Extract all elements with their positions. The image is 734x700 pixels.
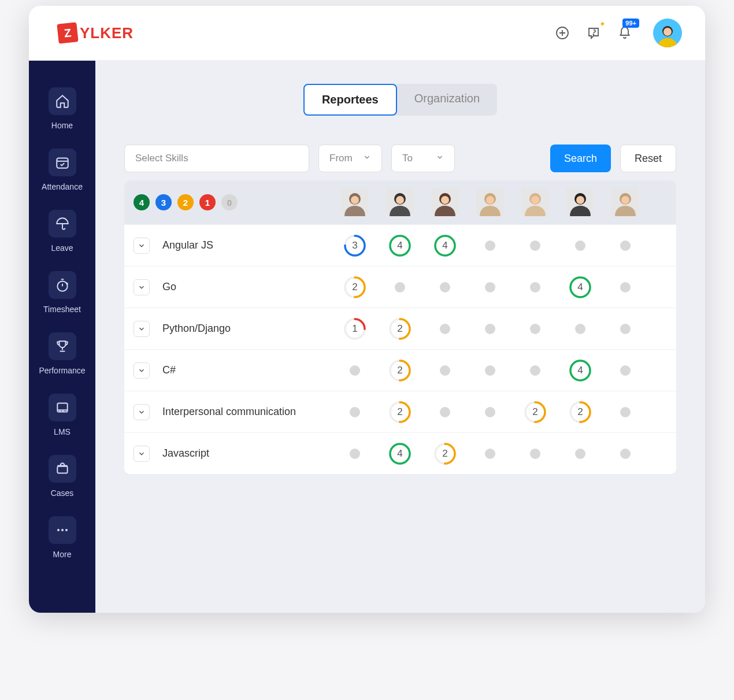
score-cell: 2 [332,276,377,299]
sidebar-item-home[interactable]: Home [29,78,95,139]
expand-button[interactable] [134,238,150,254]
sidebar-item-label: Home [51,121,73,130]
expand-button[interactable] [134,321,150,337]
employee-header[interactable] [558,188,603,216]
no-score-dot [485,365,495,376]
score-ring[interactable]: 2 [388,359,412,382]
no-score-dot [350,449,360,459]
score-cell [377,282,422,292]
score-cell [513,282,558,292]
score-ring[interactable]: 2 [569,401,592,424]
score-cell [603,449,648,459]
score-ring[interactable]: 2 [343,276,366,299]
svg-rect-6 [57,158,68,168]
legend-level-2: 2 [177,194,194,210]
score-cell [422,407,468,417]
select-skills-dropdown[interactable]: Select Skills [124,145,309,172]
score-cell [422,365,468,376]
score-ring[interactable]: 2 [524,401,547,424]
sidebar-item-timesheet[interactable]: Timesheet [29,262,95,323]
score-cell [513,324,558,334]
sidebar-item-performance[interactable]: Performance [29,323,95,384]
svg-point-68 [390,444,410,464]
sidebar-item-leave[interactable]: Leave [29,201,95,262]
avatar [476,188,504,216]
expand-button[interactable] [134,404,150,420]
score-ring[interactable]: 3 [343,234,366,257]
score-ring[interactable]: 4 [569,276,592,299]
reset-button[interactable]: Reset [620,145,676,172]
skill-name-cell: Go [124,279,332,295]
sidebar-item-label: More [53,550,72,559]
score-ring[interactable]: 2 [433,442,457,465]
score-ring[interactable]: 1 [343,317,366,340]
no-score-dot [350,365,360,376]
notification-count-badge: 99+ [622,18,639,28]
no-score-dot [440,282,450,292]
score-ring[interactable]: 4 [433,234,457,257]
skill-row: C# 2 4 [124,349,676,391]
score-cell [603,240,648,251]
avatar [611,188,639,216]
score-cell: 2 [377,359,422,382]
view-tabs: Reportees Organization [303,84,497,116]
tab-organization[interactable]: Organization [397,84,497,116]
skill-name-cell: Javascript [124,446,332,462]
tab-reportees[interactable]: Reportees [303,84,397,116]
from-dropdown[interactable]: From [318,145,382,172]
sidebar-item-cases[interactable]: Cases [29,446,95,507]
no-score-dot [530,282,540,292]
svg-point-19 [57,529,60,531]
score-cell: 2 [422,442,468,465]
no-score-dot [575,324,585,334]
no-score-dot [485,282,495,292]
skill-row: Angular JS 3 4 4 [124,224,676,266]
profile-avatar[interactable] [653,18,682,47]
sidebar-item-more[interactable]: More [29,507,95,568]
employee-header[interactable] [603,188,648,216]
svg-point-27 [396,196,404,204]
sidebar-item-label: Leave [51,243,73,253]
score-cell [558,324,603,334]
score-ring[interactable]: 2 [388,401,412,424]
sidebar-item-label: Timesheet [43,305,81,314]
notifications-button[interactable]: 99+ [616,24,633,42]
no-score-dot [485,240,495,251]
sparkle-icon: ✦ [599,20,606,28]
sidebar-item-label: LMS [54,427,71,436]
no-score-dot [620,365,631,376]
score-ring[interactable]: 4 [569,359,592,382]
score-cell [513,449,558,459]
sidebar-item-label: Performance [39,366,85,375]
employee-header[interactable] [332,188,377,216]
expand-button[interactable] [134,279,150,295]
score-cell [603,407,648,417]
no-score-dot [395,282,405,292]
help-button[interactable]: ✦ [585,24,602,42]
to-dropdown[interactable]: To [391,145,455,172]
no-score-dot [530,449,540,459]
expand-button[interactable] [134,362,150,379]
book-icon [49,394,76,421]
score-cell: 4 [377,442,422,465]
score-cell [332,449,377,459]
expand-button[interactable] [134,446,150,462]
avatar [431,188,459,216]
score-ring[interactable]: 4 [388,442,412,465]
no-score-dot [620,449,631,459]
employee-header[interactable] [377,188,422,216]
employee-header[interactable] [468,188,513,216]
svg-point-24 [351,196,359,204]
add-button[interactable] [554,24,571,42]
more-icon [49,516,76,544]
svg-point-30 [441,196,449,204]
employee-header[interactable] [513,188,558,216]
sidebar-item-lms[interactable]: LMS [29,384,95,446]
svg-point-36 [531,196,539,204]
score-ring[interactable]: 4 [388,234,412,257]
score-ring[interactable]: 2 [388,317,412,340]
employee-header[interactable] [422,188,468,216]
skill-name-cell: Python/Django [124,321,332,337]
sidebar-item-attendance[interactable]: Attendance [29,139,95,201]
search-button[interactable]: Search [550,145,611,172]
